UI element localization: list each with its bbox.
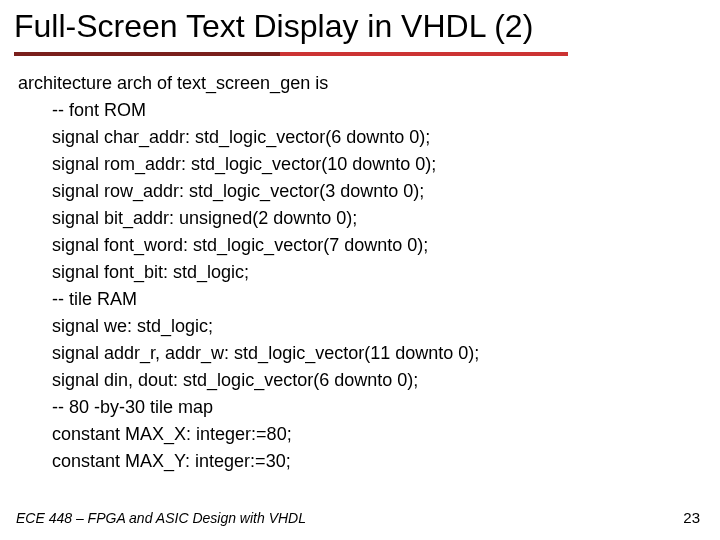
code-line: -- font ROM: [18, 97, 702, 124]
code-line: signal font_bit: std_logic;: [18, 259, 702, 286]
slide: Full-Screen Text Display in VHDL (2) arc…: [0, 0, 720, 540]
slide-title: Full-Screen Text Display in VHDL (2): [14, 8, 706, 45]
code-line: signal we: std_logic;: [18, 313, 702, 340]
code-block: architecture arch of text_screen_gen is …: [18, 70, 702, 475]
code-line: -- 80 -by-30 tile map: [18, 394, 702, 421]
page-number: 23: [683, 509, 700, 526]
code-line: signal din, dout: std_logic_vector(6 dow…: [18, 367, 702, 394]
code-line: signal rom_addr: std_logic_vector(10 dow…: [18, 151, 702, 178]
footer-course: ECE 448 – FPGA and ASIC Design with VHDL: [16, 510, 306, 526]
code-line: signal row_addr: std_logic_vector(3 down…: [18, 178, 702, 205]
code-line: -- tile RAM: [18, 286, 702, 313]
code-line: signal addr_r, addr_w: std_logic_vector(…: [18, 340, 702, 367]
code-line: constant MAX_X: integer:=80;: [18, 421, 702, 448]
code-line: signal char_addr: std_logic_vector(6 dow…: [18, 124, 702, 151]
code-line: constant MAX_Y: integer:=30;: [18, 448, 702, 475]
title-rule: [14, 52, 568, 56]
code-line: signal bit_addr: unsigned(2 downto 0);: [18, 205, 702, 232]
code-line: signal font_word: std_logic_vector(7 dow…: [18, 232, 702, 259]
code-line: architecture arch of text_screen_gen is: [18, 70, 702, 97]
